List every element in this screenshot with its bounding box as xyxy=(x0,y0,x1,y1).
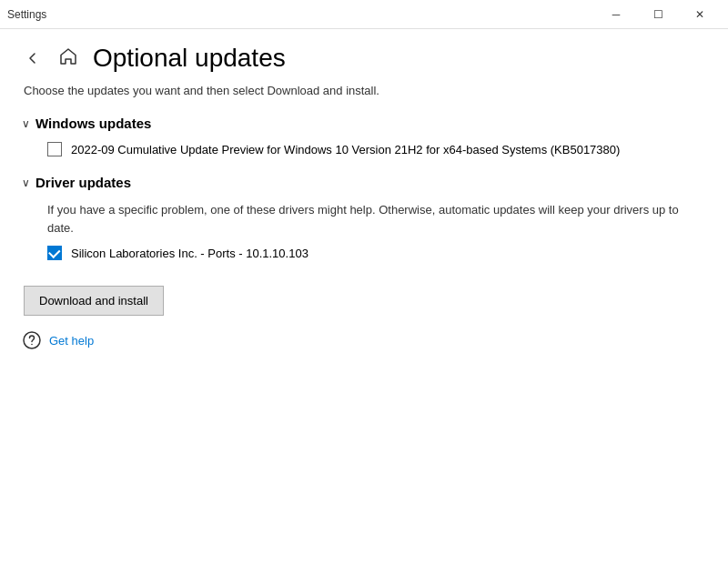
windows-updates-chevron: ∨ xyxy=(22,117,30,130)
driver-update-label-1: Silicon Laboratories Inc. - Ports - 10.1… xyxy=(71,247,308,260)
get-help-link[interactable]: Get help xyxy=(49,334,94,348)
title-bar-left: Settings xyxy=(7,8,46,21)
page-title: Optional updates xyxy=(93,44,286,73)
driver-updates-title: Driver updates xyxy=(35,175,131,190)
get-help-icon xyxy=(22,330,42,350)
svg-point-1 xyxy=(31,344,33,346)
windows-update-checkbox-1[interactable] xyxy=(47,142,62,156)
windows-update-item-1[interactable]: 2022-09 Cumulative Update Preview for Wi… xyxy=(47,142,706,156)
driver-updates-description: If you have a specific problem, one of t… xyxy=(47,201,706,237)
driver-updates-header[interactable]: ∨ Driver updates xyxy=(22,175,706,190)
title-bar-controls: ─ ☐ ✕ xyxy=(595,0,721,29)
windows-updates-title: Windows updates xyxy=(35,116,151,131)
home-icon xyxy=(58,46,78,71)
page-subtitle: Choose the updates you want and then sel… xyxy=(24,84,706,97)
driver-update-item-1[interactable]: Silicon Laboratories Inc. - Ports - 10.1… xyxy=(47,246,706,260)
windows-updates-header[interactable]: ∨ Windows updates xyxy=(22,116,706,131)
windows-update-label-1: 2022-09 Cumulative Update Preview for Wi… xyxy=(71,143,620,156)
maximize-button[interactable]: ☐ xyxy=(637,0,679,29)
close-button[interactable]: ✕ xyxy=(679,0,721,29)
driver-updates-chevron: ∨ xyxy=(22,177,30,189)
minimize-button[interactable]: ─ xyxy=(595,0,637,29)
driver-updates-section: ∨ Driver updates If you have a specific … xyxy=(22,175,706,260)
windows-updates-section: ∨ Windows updates 2022-09 Cumulative Upd… xyxy=(22,116,706,156)
back-icon xyxy=(25,51,40,66)
driver-update-checkbox-1[interactable] xyxy=(47,246,62,260)
page-header: Optional updates xyxy=(22,44,706,73)
main-content: Optional updates Choose the updates you … xyxy=(0,29,728,365)
app-title: Settings xyxy=(7,8,46,21)
get-help-row: Get help xyxy=(22,330,706,350)
download-install-button[interactable]: Download and install xyxy=(24,286,164,316)
title-bar: Settings ─ ☐ ✕ xyxy=(0,0,728,29)
back-button[interactable] xyxy=(22,47,44,69)
